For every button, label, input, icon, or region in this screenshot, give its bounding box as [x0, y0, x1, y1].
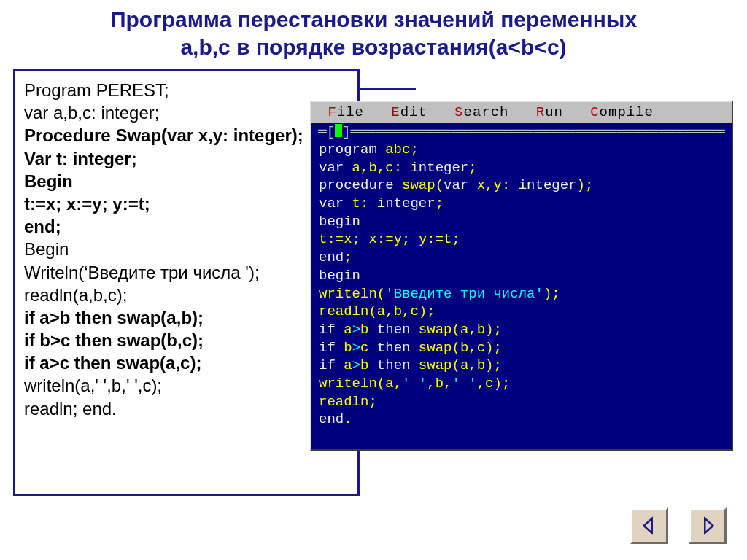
code-line: t:=x; x:=y; y:=t;	[24, 192, 349, 215]
page-title: Программа перестановки значений переменн…	[0, 0, 747, 63]
code-line: Begin	[24, 170, 349, 192]
code-line: if a>c then swap(a,c);	[24, 351, 349, 374]
ide-code-line: var a,b,c: integer;	[319, 159, 724, 177]
code-line: Program PEREST;	[24, 79, 349, 101]
code-line: readln; end.	[24, 397, 349, 420]
chevron-right-icon	[697, 515, 719, 537]
ide-code-line: readln(a,b,c);	[319, 303, 724, 321]
title-line1: Программа перестановки значений переменн…	[110, 7, 637, 31]
ide-code-line: readln;	[319, 393, 724, 411]
ide-code-line: begin	[319, 267, 724, 285]
menu-item[interactable]: un	[545, 104, 563, 120]
ide-code-line: begin	[319, 213, 724, 231]
code-line: var a,b,c: integer;	[24, 101, 349, 124]
code-line: writeln(a,' ',b,' ',c);	[24, 374, 349, 397]
ide-window: File Edit Search Run Compile ═[]════════…	[310, 101, 733, 451]
ide-code-line: var t: integer;	[319, 195, 724, 213]
menu-hotkey: F	[328, 104, 336, 120]
ide-code-line: end.	[319, 411, 724, 429]
menu-item[interactable]: ile	[337, 104, 364, 120]
ide-code-line: if b>c then swap(b,c);	[319, 339, 724, 357]
ide-code-line: procedure swap(var x,y: integer);	[319, 176, 724, 195]
code-line: if b>c then swap(b,c);	[24, 329, 349, 351]
menu-hotkey: R	[536, 104, 545, 120]
ide-menubar: File Edit Search Run Compile	[311, 102, 732, 122]
prev-button[interactable]	[630, 508, 668, 544]
connector-line	[357, 88, 416, 90]
code-line: Begin	[24, 238, 349, 260]
ide-terminal: program abc;var a,b,c: integer;procedure…	[311, 139, 732, 435]
ide-code-line: program abc;	[319, 141, 724, 159]
title-line2: a,b,c в порядке возрастания(a<b<c)	[22, 34, 725, 61]
ide-code-line: writeln('Введите три числа');	[319, 285, 724, 303]
code-line: readln(a,b,c);	[24, 284, 349, 306]
menu-item[interactable]: earch	[464, 104, 509, 120]
ide-code-line: if a>b then swap(a,b);	[319, 357, 724, 375]
nav-controls	[630, 508, 727, 544]
code-line: Writeln(‘Введите три числа ');	[24, 261, 349, 284]
code-line: if a>b then swap(a,b);	[24, 306, 349, 329]
ide-frame-top: ═[]═════════════════════════════════════…	[311, 122, 732, 139]
code-line: end;	[24, 215, 349, 238]
cursor-icon	[335, 124, 342, 137]
menu-item[interactable]: dit	[400, 104, 427, 120]
code-line: Procedure Swap(var x,y: integer);	[24, 124, 349, 147]
menu-item[interactable]: ompile	[600, 104, 654, 120]
ide-code-line: end;	[319, 249, 724, 267]
menu-hotkey: E	[391, 104, 400, 120]
code-line: Var t: integer;	[24, 147, 349, 170]
menu-hotkey: S	[454, 104, 463, 120]
ide-code-line: if a>b then swap(a,b);	[319, 321, 724, 339]
menu-hotkey: C	[590, 104, 599, 120]
ide-code-line: writeln(a,' ',b,' ',c);	[319, 375, 724, 393]
chevron-left-icon	[638, 515, 660, 537]
next-button[interactable]	[689, 508, 727, 544]
ide-code-line: t:=x; x:=y; y:=t;	[319, 230, 724, 249]
code-listing-left: Program PEREST;var a,b,c: integer;Proced…	[13, 69, 360, 496]
